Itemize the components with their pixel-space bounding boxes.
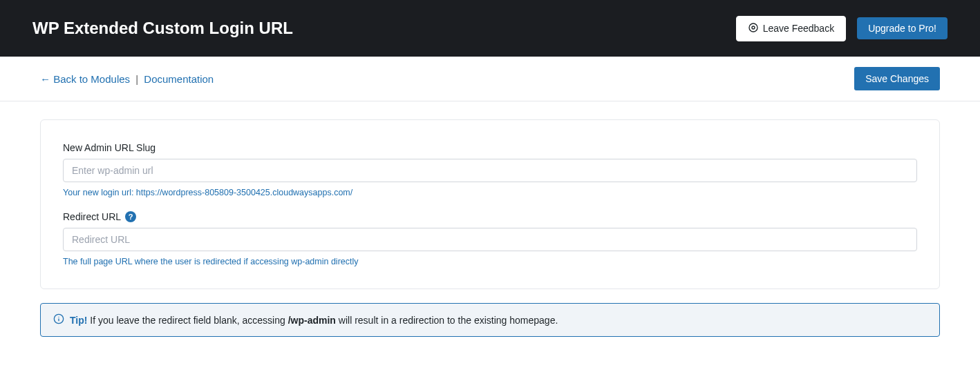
- back-to-modules-link[interactable]: ← Back to Modules: [40, 73, 130, 85]
- feedback-label: Leave Feedback: [763, 23, 835, 34]
- upgrade-button[interactable]: Upgrade to Pro!: [857, 17, 948, 39]
- info-icon: [53, 313, 64, 326]
- subheader-bar: ← Back to Modules | Documentation Save C…: [0, 57, 980, 101]
- admin-slug-label: New Admin URL Slug: [63, 142, 917, 153]
- admin-slug-help: Your new login url: https://wordpress-80…: [63, 188, 917, 197]
- nav-separator: |: [135, 73, 138, 85]
- documentation-link[interactable]: Documentation: [144, 73, 214, 85]
- svg-point-1: [752, 26, 755, 29]
- redirect-url-label: Redirect URL ?: [63, 211, 917, 222]
- redirect-url-help: The full page URL where the user is redi…: [63, 257, 917, 266]
- tip-text: Tip! If you leave the redirect field bla…: [70, 315, 558, 326]
- page-title: WP Extended Custom Login URL: [32, 19, 293, 38]
- tip-label: Tip!: [70, 315, 87, 326]
- header-bar: WP Extended Custom Login URL Leave Feedb…: [0, 0, 980, 57]
- redirect-url-input[interactable]: [63, 228, 917, 251]
- upgrade-label: Upgrade to Pro!: [868, 23, 936, 34]
- feedback-icon: [748, 22, 759, 35]
- tip-text-before: If you leave the redirect field blank, a…: [87, 315, 288, 326]
- tip-bold: /wp-admin: [288, 315, 336, 326]
- nav-links: ← Back to Modules | Documentation: [40, 73, 214, 85]
- settings-panel: New Admin URL Slug Your new login url: h…: [40, 119, 940, 289]
- tip-box: Tip! If you leave the redirect field bla…: [40, 303, 940, 337]
- content-area: New Admin URL Slug Your new login url: h…: [0, 101, 980, 355]
- redirect-url-label-text: Redirect URL: [63, 211, 121, 222]
- admin-slug-input[interactable]: [63, 159, 917, 182]
- admin-slug-label-text: New Admin URL Slug: [63, 142, 156, 153]
- help-icon[interactable]: ?: [125, 211, 136, 222]
- svg-point-0: [749, 23, 757, 32]
- admin-slug-field: New Admin URL Slug Your new login url: h…: [63, 142, 917, 197]
- leave-feedback-button[interactable]: Leave Feedback: [736, 16, 847, 41]
- header-actions: Leave Feedback Upgrade to Pro!: [736, 16, 948, 41]
- save-changes-button[interactable]: Save Changes: [854, 67, 940, 90]
- tip-text-after: will result in a redirection to the exis…: [336, 315, 558, 326]
- redirect-url-field: Redirect URL ? The full page URL where t…: [63, 211, 917, 266]
